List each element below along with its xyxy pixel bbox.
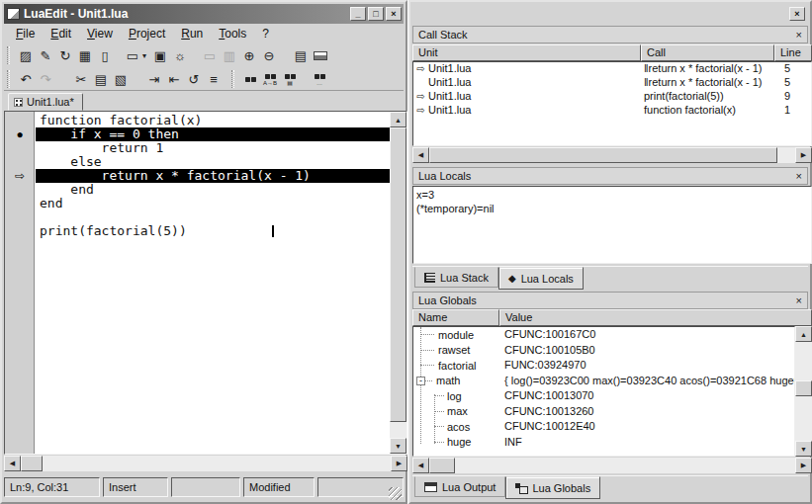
locals-header[interactable]: Lua Locals × (412, 167, 808, 185)
cut-icon[interactable]: ✂ (71, 69, 91, 89)
tab-unit1[interactable]: Unit1.lua* (8, 93, 83, 111)
globals-vscrollbar[interactable]: ▲ ▼ (795, 326, 812, 457)
column-name[interactable]: Name (412, 309, 499, 326)
new-form-icon[interactable]: ▦ (75, 45, 95, 65)
reopen-icon[interactable]: ↻ (55, 45, 75, 65)
scroll-right-icon[interactable]: ▶ (391, 456, 407, 471)
code-line-8[interactable] (36, 210, 390, 224)
column-value[interactable]: Value (499, 309, 812, 326)
scroll-down-icon[interactable]: ▼ (390, 438, 406, 454)
column-call[interactable]: Call (641, 44, 774, 61)
save-all-icon[interactable]: ▥ (220, 45, 239, 65)
find-icon[interactable] (240, 69, 260, 89)
hscroll-thumb[interactable] (429, 458, 455, 473)
local-variable[interactable]: x=3 (413, 188, 811, 202)
breakpoint-icon[interactable]: ● (5, 127, 35, 141)
menu-tools[interactable]: Tools (211, 25, 254, 42)
code-line-4[interactable]: else (36, 155, 390, 169)
undo-icon[interactable]: ↶ (16, 69, 36, 89)
save-icon[interactable]: ▣ (150, 45, 170, 65)
scroll-down-icon[interactable]: ▼ (795, 441, 812, 457)
code-line-3[interactable]: return 1 (36, 141, 390, 155)
redo-icon[interactable]: ↷ (36, 69, 55, 89)
editor-gutter[interactable]: ● ⇨ (5, 112, 35, 454)
open-unit-icon[interactable]: ✎ (36, 45, 55, 65)
column-unit[interactable]: Unit (412, 44, 641, 61)
hscroll-thumb[interactable] (21, 456, 43, 471)
menu-edit[interactable]: Edit (43, 25, 79, 42)
minimize-button[interactable]: _ (350, 7, 366, 21)
global-row[interactable]: max CFUNC:10013260 (413, 404, 794, 420)
globals-close-icon[interactable]: × (796, 294, 802, 306)
vscroll-thumb[interactable] (795, 380, 812, 396)
align-icon[interactable]: ≡ (204, 69, 224, 89)
code-line-2-breakpoint[interactable]: if x == 0 then (36, 127, 390, 141)
scroll-left-icon[interactable]: ◀ (412, 458, 429, 473)
new-project-icon[interactable]: ▨ (16, 45, 36, 65)
resize-grip[interactable] (389, 487, 402, 500)
callstack-row[interactable]: Unit1.lua ‖return x * factorial(x - 1) 5 (413, 76, 811, 90)
editor-hscrollbar[interactable]: ◀ ▶ (4, 456, 407, 471)
close-button[interactable]: × (386, 7, 402, 21)
globals-tree[interactable]: module CFUNC:100167C0 rawset CFUNC:10010… (412, 326, 795, 457)
global-row[interactable]: module CFUNC:100167C0 (413, 327, 794, 343)
vscroll-thumb[interactable] (390, 127, 406, 422)
print-icon[interactable] (311, 45, 330, 65)
remove-from-project-icon[interactable]: ⊖ (259, 45, 279, 65)
menu-file[interactable]: File (8, 25, 43, 42)
search-again-icon[interactable]: … (310, 69, 329, 89)
callstack-hscrollbar[interactable]: ◀ ▶ (412, 147, 812, 163)
scroll-up-icon[interactable]: ▲ (795, 326, 812, 342)
locals-close-icon[interactable]: × (796, 170, 802, 182)
menu-project[interactable]: Project (121, 25, 173, 42)
editor-vscrollbar[interactable]: ▲ ▼ (390, 112, 406, 454)
toolbar-grip-3[interactable] (231, 70, 234, 88)
globals-header[interactable]: Lua Globals × (412, 292, 808, 309)
global-row[interactable]: rawset CFUNC:100105B0 (413, 343, 794, 359)
menu-run[interactable]: Run (173, 25, 211, 42)
outdent-icon[interactable]: ⇤ (164, 69, 184, 89)
tab-lua-globals[interactable]: Lua Globals (505, 476, 600, 499)
code-line-1[interactable]: function factorial(x) (36, 114, 390, 127)
indent-icon[interactable]: ⇥ (144, 69, 164, 89)
code-line-6[interactable]: end (36, 183, 390, 197)
tab-lua-locals[interactable]: ◆ Lua Locals (498, 267, 584, 290)
tab-lua-stack[interactable]: Lua Stack (414, 267, 498, 288)
new-file-icon[interactable]: ▯ (95, 45, 115, 65)
toolbar-grip-2[interactable] (7, 70, 10, 88)
titlebar[interactable]: LuaEdit - Unit1.lua _ □ × (4, 4, 404, 24)
callstack-header[interactable]: Call Stack × (412, 26, 808, 43)
paste-icon[interactable]: ▧ (111, 69, 131, 89)
maximize-button[interactable]: □ (368, 7, 384, 21)
globals-hscrollbar[interactable]: ◀ ▶ (412, 458, 812, 473)
hscroll-thumb[interactable] (429, 147, 777, 163)
tab-lua-output[interactable]: Lua Output (414, 476, 505, 497)
copy-files-icon[interactable]: ▤ (291, 45, 311, 65)
global-row[interactable]: acos CFUNC:10012E40 (413, 419, 794, 435)
replace-icon[interactable]: A→B (260, 69, 280, 89)
code-line-9[interactable]: print(factorial(5)) (36, 224, 390, 238)
menu-view[interactable]: View (79, 25, 121, 42)
local-variable[interactable]: (*temporary)=nil (413, 202, 811, 215)
open-dropdown-arrow-icon[interactable]: ▾ (142, 51, 150, 60)
global-row-expandable[interactable]: -math { log()=03923C00 max()=03923C40 ac… (413, 374, 794, 389)
scroll-right-icon[interactable]: ▶ (795, 458, 812, 473)
scroll-up-icon[interactable]: ▲ (390, 112, 406, 127)
callstack-list[interactable]: ⇨Unit1.lua ‖return x * factorial(x - 1) … (412, 61, 812, 146)
global-row[interactable]: factorial FUNC:03924970 (413, 358, 794, 374)
global-row[interactable]: huge INF (413, 435, 794, 451)
open-project-icon[interactable]: ▭ (200, 45, 220, 65)
find-in-files-icon[interactable]: ▤ (280, 69, 300, 89)
dock-close-icon[interactable]: × (789, 7, 805, 21)
scroll-left-icon[interactable]: ◀ (412, 147, 429, 163)
column-line[interactable]: Line (774, 44, 812, 61)
add-to-project-icon[interactable]: ⊕ (239, 45, 259, 65)
current-line-arrow-icon[interactable]: ⇨ (5, 169, 35, 183)
dock-titlebar[interactable]: × (412, 4, 808, 24)
undo-indent-icon[interactable]: ↺ (184, 69, 204, 89)
locals-list[interactable]: x=3 (*temporary)=nil (412, 186, 812, 264)
code-line-5-current[interactable]: return x * factorial(x - 1) (36, 169, 390, 183)
callstack-close-icon[interactable]: × (796, 29, 802, 41)
copy-icon[interactable]: ▤ (91, 69, 111, 89)
compile-icon[interactable]: ☼ (170, 45, 190, 65)
